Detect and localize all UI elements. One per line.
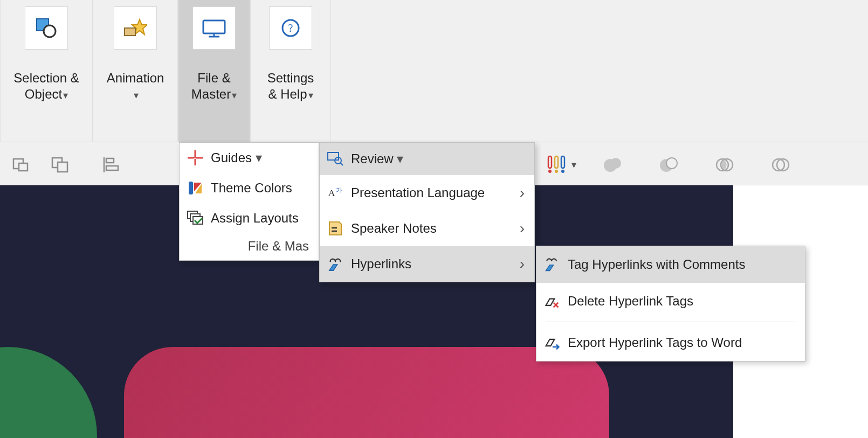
tag-delete-icon [544,293,560,309]
ribbon-group-animation[interactable]: Animation▾ [93,0,178,142]
menu-item-speaker-notes[interactable]: Speaker Notes [320,211,534,246]
chevron-down-icon: ▾ [134,89,139,102]
ribbon-group-selection-object[interactable]: Selection & Object▾ [0,0,93,142]
ribbon-group-label: File & Master▾ [178,54,250,102]
menu-item-label: Delete Hyperlink Tags [568,294,693,309]
menu-item-label: Tag Hyperlinks with Comments [568,257,745,272]
menu-item-guides[interactable]: Guides [180,143,319,173]
menu-item-label: Guides [211,150,262,165]
svg-rect-15 [106,166,118,170]
svg-rect-12 [58,162,67,172]
menu-hyperlinks: Tag Hyperlinks with Comments Delete Hype… [536,246,805,361]
menu-item-label: Export Hyperlink Tags to Word [568,335,742,350]
qat-button-pens[interactable]: ▾ [539,153,582,177]
qat-button-blob3[interactable] [711,153,739,177]
shapes-icon [35,17,58,39]
svg-text:?: ? [288,22,293,34]
qat-button-3[interactable] [97,153,125,177]
svg-point-23 [548,170,552,173]
menu-separator [546,322,795,322]
svg-rect-48 [328,152,339,160]
qat-button-blob4[interactable] [767,153,795,177]
menu-review: Review A가 Presentation Language Speaker … [319,142,535,282]
guides-icon [187,150,203,165]
menu-item-presentation-language[interactable]: A가 Presentation Language [320,175,534,211]
slide-green-shape [0,347,97,438]
svg-rect-24 [555,156,558,168]
menu-item-delete-tags[interactable]: Delete Hyperlink Tags [536,283,805,319]
chevron-down-icon: ▾ [308,89,313,102]
svg-point-25 [555,170,558,173]
pens-icon [546,155,567,175]
menu-item-export-tags[interactable]: Export Hyperlink Tags to Word [536,324,805,361]
menu-footer-label: File & Mas [180,233,319,260]
svg-line-50 [340,163,343,165]
svg-rect-42 [189,182,193,194]
tag-export-icon [544,335,560,351]
speaker-notes-icon [327,220,343,237]
animation-icon-box [114,6,157,50]
file-master-icon-box [192,6,236,50]
menu-item-hyperlinks[interactable]: Hyperlinks [320,246,534,282]
svg-rect-26 [561,156,564,168]
svg-rect-22 [548,156,552,168]
selection-object-icon-box [25,6,68,50]
animation-star-icon [123,17,147,39]
blob-outline-icon [659,156,678,174]
svg-text:가: 가 [336,186,342,194]
chevron-down-icon: ▾ [571,159,576,171]
menu-item-theme-colors[interactable]: Theme Colors [180,173,319,203]
qat-button-2[interactable] [46,153,74,177]
ribbon: Selection & Object▾ Animation▾ [0,0,868,142]
qat-button-blob1[interactable] [598,153,626,177]
svg-text:A: A [328,187,335,198]
review-icon [327,152,343,166]
settings-help-icon-box: ? [269,6,312,50]
svg-point-31 [666,158,677,169]
blob-icon [603,156,622,174]
menu-item-assign-layouts[interactable]: Assign Layouts [180,203,319,233]
svg-point-29 [610,158,621,169]
menu-item-label: Assign Layouts [211,211,299,226]
hyperlink-icon [327,256,343,272]
help-icon: ? [280,17,301,39]
menu-item-label: Theme Colors [211,180,292,196]
chevron-down-icon: ▾ [63,89,68,102]
menu-item-label: Review [351,151,403,166]
assign-layouts-icon [187,211,203,226]
svg-point-1 [44,25,56,37]
monitor-icon [201,17,227,39]
ribbon-group-label: Animation▾ [93,54,177,102]
menu-item-label: Hyperlinks [351,256,411,272]
overlap-grey-icon [51,157,70,173]
menu-item-label: Speaker Notes [351,221,437,236]
ribbon-group-settings-help[interactable]: ? Settings & Help▾ [250,0,331,142]
ribbon-group-label: Selection & Object▾ [1,54,92,102]
qat-button-1[interactable] [8,153,36,177]
qat-button-blob2[interactable] [655,153,683,177]
chevron-down-icon: ▾ [232,89,237,102]
svg-rect-3 [125,28,135,36]
ribbon-group-label: Settings & Help▾ [251,54,330,102]
tag-comment-icon [544,256,560,273]
intersect-icon [715,156,734,174]
menu-item-tag-hyperlinks[interactable]: Tag Hyperlinks with Comments [536,246,805,283]
theme-colors-icon [187,180,203,196]
menu-item-label: Presentation Language [351,185,485,200]
language-icon: A가 [327,185,343,201]
ribbon-group-file-master[interactable]: File & Master▾ [178,0,250,142]
svg-rect-4 [203,20,225,33]
align-grey-icon [102,156,120,173]
svg-point-27 [561,170,564,173]
svg-rect-14 [106,158,114,163]
menu-header-review[interactable]: Review [320,143,534,175]
menu-file-master: Guides Theme Colors Assign Layouts File … [179,142,319,261]
svg-rect-10 [19,163,27,171]
venn-icon [771,156,790,174]
shape-grey-icon [12,157,31,173]
